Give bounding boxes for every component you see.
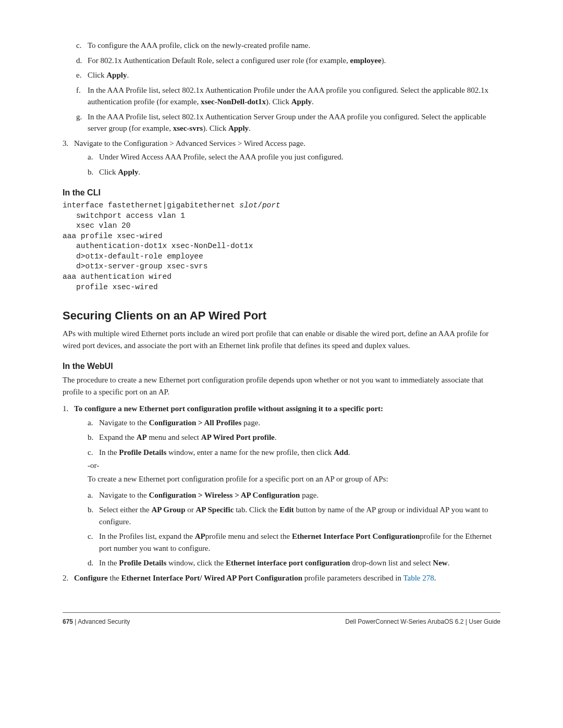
text: In the AAA Profile list, select 802.1x A… <box>88 86 488 106</box>
sub-item-g: g. In the AAA Profile list, select 802.1… <box>76 111 500 134</box>
text: Navigate to the Configuration > All Prof… <box>99 418 260 427</box>
page-footer: 675 | Advanced Security Dell PowerConnec… <box>63 612 500 625</box>
text: Navigate to the Configuration > Advanced… <box>74 139 305 147</box>
webui-steps: 1. To configure a new Ethernet port conf… <box>63 403 500 458</box>
text: Under Wired Access AAA Profile, select t… <box>99 153 344 161</box>
webui-step2: 2. Configure the Ethernet Interface Port… <box>63 572 500 584</box>
page-content: c.To configure the AAA profile, click on… <box>63 38 500 587</box>
text: Select either the AP Group or AP Specifi… <box>99 505 488 526</box>
alt-a: a. Navigate to the Configuration > Wirel… <box>88 489 500 501</box>
alt-b: b. Select either the AP Group or AP Spec… <box>88 504 500 527</box>
text: Click Apply. <box>88 71 129 79</box>
text: In the Profile Details window, click the… <box>99 559 449 567</box>
webui-step-2: 2. Configure the Ethernet Interface Port… <box>63 572 500 584</box>
text: In the Profiles list, expand the APprofi… <box>99 532 492 552</box>
heading-webui: In the WebUI <box>63 362 500 371</box>
sub-item-e: e. Click Apply. <box>76 69 500 81</box>
text: Configure the Ethernet Interface Port/ W… <box>74 574 436 582</box>
text: In the Profile Details window, enter a n… <box>99 448 350 456</box>
alt-d: d. In the Profile Details window, click … <box>88 557 500 569</box>
heading-securing: Securing Clients on an AP Wired Port <box>63 309 500 323</box>
text: For 802.1x Authentication Default Role, … <box>88 56 386 65</box>
or-text: -or- <box>88 461 500 470</box>
step1-b: b. Expand the AP menu and select AP Wire… <box>88 431 500 443</box>
alt-c: c. In the Profiles list, expand the APpr… <box>88 530 500 554</box>
step1-c: c. In the Profile Details window, enter … <box>88 447 500 459</box>
section-name: Advanced Security <box>78 618 130 625</box>
sub-item-f: f. In the AAA Profile list, select 802.1… <box>76 84 500 108</box>
sub-item-d: d. For 802.1x Authentication Default Rol… <box>76 55 500 67</box>
step1-a: a. Navigate to the Configuration > All P… <box>88 417 500 429</box>
sub-item-c: c.To configure the AAA profile, click on… <box>76 40 500 52</box>
webui-step-1: 1. To configure a new Ethernet port conf… <box>63 403 500 458</box>
outer-list-3: 3. Navigate to the Configuration > Advan… <box>63 138 500 178</box>
text: To configure the AAA profile, click on t… <box>88 41 310 50</box>
product-name: Dell PowerConnect W-Series ArubaOS 6.2 <box>345 618 463 625</box>
text: In the AAA Profile list, select 802.1x A… <box>88 113 486 133</box>
sublist-cg: c.To configure the AAA profile, click on… <box>63 40 500 134</box>
footer-rule <box>63 612 500 613</box>
alt-sub: a. Navigate to the Configuration > Wirel… <box>63 489 500 569</box>
step3-a: a.Under Wired Access AAA Profile, select… <box>88 151 500 163</box>
text: Navigate to the Configuration > Wireless… <box>99 491 319 499</box>
table-278-link[interactable]: Table 278 <box>403 574 434 582</box>
step1-lead: To configure a new Ethernet port configu… <box>74 404 383 413</box>
heading-cli: In the CLI <box>63 188 500 198</box>
step-3: 3. Navigate to the Configuration > Advan… <box>63 138 500 178</box>
doc-type: User Guide <box>469 618 500 625</box>
securing-para: APs with multiple wired Ethernet ports i… <box>63 328 500 351</box>
footer-left: 675 | Advanced Security <box>63 618 130 625</box>
footer-right: Dell PowerConnect W-Series ArubaOS 6.2 |… <box>345 618 500 625</box>
page-number: 675 <box>63 618 73 625</box>
webui-para: The procedure to create a new Ethernet p… <box>63 374 500 398</box>
text: Expand the AP menu and select AP Wired P… <box>99 433 277 441</box>
cli-code-block: interface fastethernet|gigabitethernet s… <box>63 201 500 292</box>
step3-b: b. Click Apply. <box>88 166 500 178</box>
step3-sub: a.Under Wired Access AAA Profile, select… <box>74 151 500 178</box>
text: Click Apply. <box>99 168 140 176</box>
step1-sub: a. Navigate to the Configuration > All P… <box>74 417 500 459</box>
alt-intro: To create a new Ethernet port configurat… <box>88 473 500 485</box>
